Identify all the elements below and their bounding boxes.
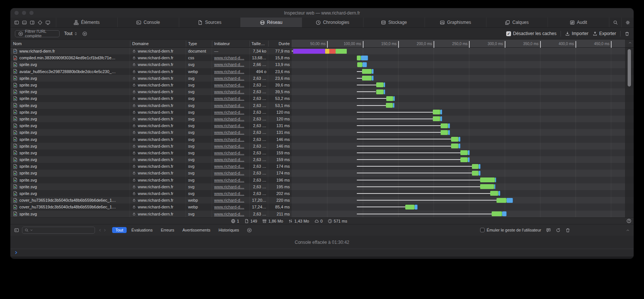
console-sidebar-icon[interactable] (14, 228, 19, 233)
previous-result-button[interactable] (98, 228, 102, 232)
table-row[interactable]: sprite.svgwww.richard-dern.frsvgwww.rich… (10, 156, 634, 163)
clear-network-items-icon[interactable] (625, 31, 629, 36)
initiator-link[interactable]: www.richard-d… (214, 110, 244, 114)
column-header-nom[interactable]: Nom (13, 40, 22, 48)
initiator-link[interactable]: www.richard-d… (214, 123, 244, 128)
console-search-input[interactable] (22, 227, 95, 234)
table-row[interactable]: sprite.svgwww.richard-dern.frsvgwww.rich… (10, 88, 634, 95)
vertical-scrollbar[interactable] (628, 49, 631, 86)
column-header-duree[interactable]: Durée (268, 40, 290, 48)
column-header-domaine[interactable]: Domaine (132, 40, 149, 48)
filter-options-icon[interactable] (82, 31, 87, 36)
tab-chronologies[interactable]: Chronologies (302, 18, 363, 27)
chevron-up-icon[interactable] (628, 41, 632, 45)
tab-console[interactable]: Console (117, 18, 179, 27)
console-messages-icon[interactable] (546, 228, 551, 233)
initiator-link[interactable]: www.richard-d… (214, 185, 244, 189)
initiator-link[interactable]: www.richard-d… (214, 62, 244, 67)
console-tab-erreurs[interactable]: Erreurs (158, 227, 178, 233)
initiator-link[interactable]: www.richard-d… (214, 69, 244, 74)
help-icon[interactable] (626, 218, 631, 223)
export-button[interactable]: Exporter (593, 31, 616, 36)
initiator-link[interactable]: www.richard-d… (214, 212, 244, 216)
initiator-link[interactable]: www.richard-d… (214, 205, 244, 209)
dock-right-icon[interactable] (30, 20, 35, 25)
console-tab-avertissements[interactable]: Avertissements (179, 227, 214, 233)
initiator-link[interactable]: www.richard-d… (214, 151, 244, 155)
table-row[interactable]: sprite.svgwww.richard-dern.frsvgwww.rich… (10, 109, 634, 116)
table-row[interactable]: sprite.svgwww.richard-dern.frsvgwww.rich… (10, 183, 634, 190)
device-settings-icon[interactable] (45, 20, 50, 25)
console-tab-tout[interactable]: Tout (112, 227, 127, 233)
column-header-initiateur[interactable]: Initiateur (214, 40, 230, 48)
table-row[interactable]: cover_hu736519dc3b5040cfa48b6b559b6de6ec… (10, 197, 634, 204)
initiator-link[interactable]: www.richard-d… (214, 117, 244, 121)
next-result-button[interactable] (103, 228, 107, 232)
emulate-user-gesture-checkbox[interactable]: Émuler le geste de l'utilisateur (480, 228, 541, 232)
table-row[interactable]: sprite.svgwww.richard-dern.frsvgwww.rich… (10, 190, 634, 197)
tab-réseau[interactable]: Réseau (240, 18, 302, 27)
domain-cell: www.richard-dern.fr (130, 102, 186, 109)
initiator-link[interactable]: www.richard-d… (214, 76, 244, 81)
tab-sources[interactable]: Sources (179, 18, 240, 27)
table-row[interactable]: sprite.svgwww.richard-dern.frsvgwww.rich… (10, 170, 634, 176)
initiator-cell: www.richard-d… (212, 116, 250, 122)
console-tab-historiques[interactable]: Historiques (215, 227, 242, 233)
initiator-link[interactable]: www.richard-d… (214, 144, 244, 148)
table-row[interactable]: cover_hu736519dc3b5040cfa48b6b559b6de6ec… (10, 204, 634, 210)
table-row[interactable]: sprite.svgwww.richard-dern.frsvgwww.rich… (10, 211, 634, 217)
tab-éléments[interactable]: Éléments (56, 18, 117, 27)
initiator-link[interactable]: www.richard-d… (214, 89, 244, 94)
tab-calques[interactable]: Calques (486, 18, 548, 27)
table-row[interactable]: sprite.svgwww.richard-dern.frsvgwww.rich… (10, 82, 634, 88)
table-row[interactable]: sprite.svgwww.richard-dern.frsvgwww.rich… (10, 116, 634, 122)
table-row[interactable]: sprite.svgwww.richard-dern.frsvgwww.rich… (10, 150, 634, 156)
initiator-link[interactable]: www.richard-d… (214, 198, 244, 202)
initiator-link[interactable]: www.richard-d… (214, 191, 244, 196)
table-row[interactable]: sprite.svgwww.richard-dern.frsvgwww.rich… (10, 177, 634, 183)
tab-audit[interactable]: Audit (548, 18, 609, 27)
initiator-link[interactable]: www.richard-d… (214, 178, 244, 182)
settings-gear-button[interactable] (621, 18, 634, 27)
tab-stockage[interactable]: Stockage (363, 18, 425, 27)
clear-console-icon[interactable] (565, 228, 570, 233)
table-row[interactable]: sprite.svgwww.richard-dern.frsvgwww.rich… (10, 129, 634, 136)
table-row[interactable]: sprite.svgwww.richard-dern.frsvgwww.rich… (10, 163, 634, 170)
dock-left-icon[interactable] (14, 20, 19, 25)
resource-type-dropdown[interactable]: Tout (64, 31, 78, 36)
initiator-link[interactable]: www.richard-d… (214, 56, 244, 60)
import-button[interactable]: Importer (565, 31, 589, 36)
console-filter-icon[interactable] (247, 228, 252, 233)
column-header-type[interactable]: Type (188, 40, 197, 48)
file-type-icon (13, 49, 17, 54)
initiator-link[interactable]: www.richard-d… (214, 103, 244, 108)
initiator-link[interactable]: www.richard-d… (214, 137, 244, 142)
table-row[interactable]: sprite.svgwww.richard-dern.frsvgwww.rich… (10, 95, 634, 102)
disable-caches-checkbox[interactable]: ✓ Désactiver les caches (506, 31, 556, 36)
tab-graphismes[interactable]: Graphismes (425, 18, 486, 27)
dock-bottom-icon[interactable] (22, 20, 27, 25)
table-row[interactable]: sprite.svgwww.richard-dern.frsvgwww.rich… (10, 75, 634, 82)
console-tab-évaluations[interactable]: Évaluations (128, 227, 156, 233)
element-picker-icon[interactable] (38, 20, 42, 25)
initiator-link[interactable]: www.richard-d… (214, 157, 244, 162)
table-row[interactable]: sprite.svgwww.richard-dern.frsvgwww.rich… (10, 136, 634, 142)
table-row[interactable]: sprite.svgwww.richard-dern.frsvgwww.rich… (10, 102, 634, 109)
refresh-icon[interactable] (556, 228, 561, 233)
expand-console-icon[interactable] (626, 228, 630, 232)
initiator-link[interactable]: www.richard-d… (214, 164, 244, 169)
table-row[interactable]: sprite.svgwww.richard-dern.frsvgwww.rich… (10, 61, 634, 68)
url-filter-input[interactable]: Filtrer l'URL complète (15, 30, 60, 37)
table-row[interactable]: www.richard-dern.frwww.richard-dern.frdo… (10, 48, 634, 54)
search-button[interactable] (609, 18, 621, 27)
initiator-link[interactable]: www.richard-d… (214, 130, 244, 135)
table-row[interactable]: sprite.svgwww.richard-dern.frsvgwww.rich… (10, 122, 634, 129)
initiator-link[interactable]: www.richard-d… (214, 83, 244, 87)
console-prompt[interactable] (10, 249, 634, 256)
table-row[interactable]: compiled.min.38390909f303624ed9e1cf1bd3f… (10, 54, 634, 61)
initiator-link[interactable]: www.richard-d… (214, 171, 244, 175)
table-row[interactable]: avatar_hu85ecc3e298728880b0bde2dcc4e5c23… (10, 68, 634, 75)
table-row[interactable]: sprite.svgwww.richard-dern.frsvgwww.rich… (10, 143, 634, 150)
column-header-taille[interactable]: Taille… (251, 40, 265, 48)
initiator-link[interactable]: www.richard-d… (214, 96, 244, 101)
